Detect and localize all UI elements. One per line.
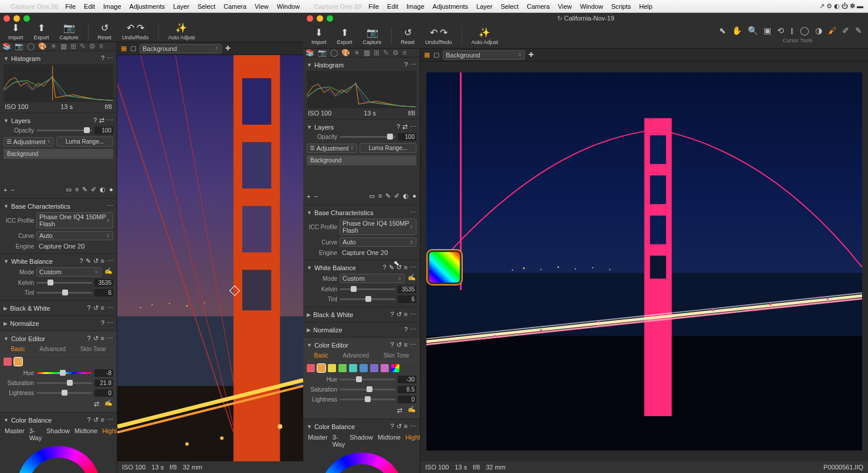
tab-details-icon[interactable]: ▦: [364, 49, 370, 57]
opacity-slider[interactable]: [36, 130, 92, 131]
preset-icon[interactable]: ≡: [101, 257, 104, 265]
tab-capture-icon[interactable]: 📷: [318, 49, 327, 57]
menu-adjustments[interactable]: Adjustments: [433, 3, 469, 10]
swatch[interactable]: [360, 364, 368, 372]
luma-range-button[interactable]: Luma Range...: [360, 143, 416, 153]
ce-tab-adv[interactable]: Advanced: [40, 346, 66, 352]
ce-picker-icon[interactable]: ✍: [407, 406, 416, 415]
help-icon[interactable]: ?: [87, 304, 90, 312]
cb-3way[interactable]: 3-Way: [333, 434, 345, 448]
cb-3way[interactable]: 3-Way: [29, 427, 42, 441]
cb-master[interactable]: Master: [308, 434, 328, 448]
tab-exposure-icon[interactable]: ☀: [354, 49, 360, 57]
kelvin-slider[interactable]: [340, 288, 395, 290]
more-icon[interactable]: ⋯: [107, 257, 113, 265]
more-icon[interactable]: ⋯: [107, 416, 113, 424]
app-name[interactable]: Capture One 20: [314, 3, 361, 10]
status-icons[interactable]: ↗ ⚙ ◐ ⏻ ✽ ▬: [819, 2, 863, 10]
tab-details-icon[interactable]: ▦: [60, 42, 67, 50]
mask-icon[interactable]: ▭: [66, 186, 72, 193]
tab-batch-icon[interactable]: ≡: [402, 49, 406, 57]
menu-image[interactable]: Image: [406, 3, 425, 10]
erase-icon[interactable]: ✐: [91, 186, 96, 193]
more-icon[interactable]: ⋯: [107, 319, 113, 327]
swatch[interactable]: [328, 364, 336, 372]
swatch[interactable]: [338, 364, 347, 372]
more-icon[interactable]: ⋯: [107, 55, 113, 62]
menu-view[interactable]: View: [558, 3, 572, 10]
remove-layer-icon[interactable]: −: [314, 193, 317, 200]
brush-tool-icon[interactable]: 🖌: [828, 26, 836, 35]
add-icon[interactable]: ✚: [225, 45, 230, 52]
export-button[interactable]: ⬆Export: [334, 26, 356, 46]
capture-button[interactable]: 📷Capture: [360, 26, 385, 46]
swatch[interactable]: [307, 364, 315, 372]
help-icon[interactable]: ?: [87, 416, 90, 424]
mode-select[interactable]: Custom⇳: [340, 274, 405, 283]
preset-icon[interactable]: ⇄: [99, 117, 104, 124]
help-icon[interactable]: ?: [101, 55, 104, 62]
zoom-tool-icon[interactable]: 🔍: [748, 26, 758, 35]
menu-select[interactable]: Select: [198, 3, 216, 10]
cb-highlight[interactable]: Highlight: [405, 434, 421, 448]
menu-adjustments[interactable]: Adjustments: [130, 3, 165, 10]
layer-type-select[interactable]: ☰ Adjustment⇳: [307, 144, 357, 153]
cb-master[interactable]: Master: [5, 427, 25, 441]
menu-select[interactable]: Select: [501, 3, 519, 10]
tint-slider[interactable]: [340, 298, 395, 300]
cb-shadow[interactable]: Shadow: [350, 434, 373, 448]
menu-camera[interactable]: Camera: [223, 3, 246, 10]
brush-icon[interactable]: ✎: [82, 186, 87, 193]
hue-val[interactable]: -8: [94, 369, 113, 377]
kelvin-val[interactable]: 3535: [94, 279, 113, 287]
curve-select[interactable]: Auto⇳: [340, 237, 416, 247]
tab-exposure-icon[interactable]: ☀: [50, 42, 57, 50]
menu-file[interactable]: File: [368, 3, 379, 10]
color-wheel[interactable]: [321, 452, 403, 473]
tint-val[interactable]: 6: [94, 289, 113, 297]
image-canvas[interactable]: [421, 62, 868, 461]
ce-tab-skin[interactable]: Skin Tone: [384, 352, 409, 359]
light-slider[interactable]: [340, 399, 395, 400]
hue-slider[interactable]: [340, 379, 395, 380]
annotate-tool-icon[interactable]: ✎: [855, 26, 862, 35]
tab-adjust-icon[interactable]: ⊞: [70, 42, 76, 50]
swatch[interactable]: [381, 364, 389, 372]
icc-select[interactable]: Phase One IQ4 150MP Flash⇳: [340, 219, 416, 235]
tab-color-icon[interactable]: 🎨: [38, 42, 47, 50]
help-icon[interactable]: ?: [101, 319, 104, 327]
tint-slider[interactable]: [36, 292, 92, 294]
kelvin-slider[interactable]: [36, 282, 92, 284]
copy-icon[interactable]: ✎: [86, 257, 91, 265]
swatch[interactable]: [317, 364, 326, 372]
light-val[interactable]: 0: [94, 389, 113, 397]
erase-tool-icon[interactable]: ✐: [842, 26, 849, 35]
tab-library-icon[interactable]: 📚: [306, 49, 314, 57]
help-icon[interactable]: ?: [79, 257, 83, 265]
swatch[interactable]: [370, 364, 378, 372]
undo-button[interactable]: ↶ ↷Undo/Redo: [422, 26, 456, 46]
export-button[interactable]: ⬆Export: [30, 21, 53, 42]
layer-select[interactable]: Background⇳: [443, 50, 525, 60]
more-icon[interactable]: ⋯: [107, 304, 113, 312]
tab-output-icon[interactable]: ⚙: [89, 42, 96, 50]
direct-color-icon[interactable]: ⇄: [94, 400, 99, 408]
menu-help[interactable]: Help: [639, 3, 653, 10]
layer-bg[interactable]: Background: [307, 155, 416, 165]
menu-file[interactable]: File: [65, 3, 76, 10]
reset-button[interactable]: ↺Reset: [398, 26, 419, 46]
ce-tab-skin[interactable]: Skin Tone: [80, 346, 106, 352]
mode-select[interactable]: Custom⇳: [36, 267, 101, 277]
radial-icon[interactable]: ●: [109, 186, 113, 193]
cb-shadow[interactable]: Shadow: [46, 427, 70, 441]
traffic-lights[interactable]: [4, 15, 30, 22]
help-icon[interactable]: ?: [87, 335, 90, 342]
icc-select[interactable]: Phase One IQ4 150MP Flash⇳: [36, 212, 113, 229]
menu-edit[interactable]: Edit: [387, 3, 398, 10]
swatch[interactable]: [349, 364, 357, 372]
capture-button[interactable]: 📷Capture: [56, 21, 82, 42]
hue-slider[interactable]: [36, 372, 92, 374]
add-layer-icon[interactable]: +: [4, 186, 7, 193]
tab-library-icon[interactable]: 📚: [2, 42, 11, 50]
help-icon[interactable]: ?: [404, 61, 408, 69]
